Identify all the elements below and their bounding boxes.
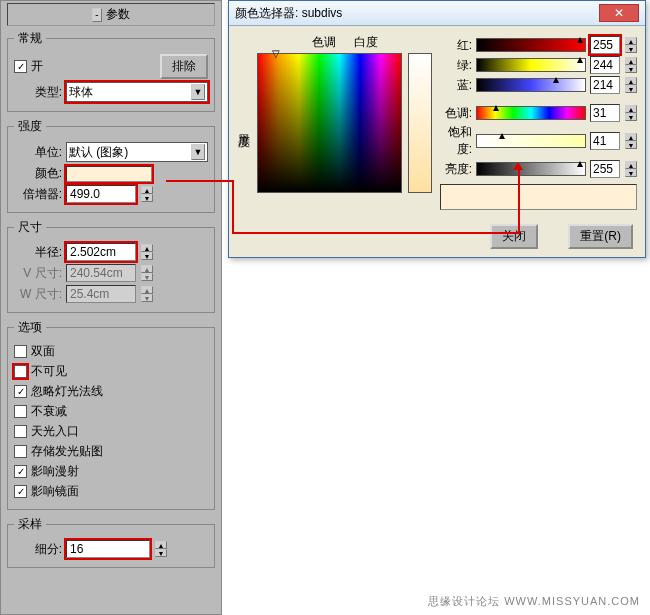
v-size-input: 240.54cm <box>66 264 136 282</box>
opt-skylight-label: 天光入口 <box>31 423 79 440</box>
legend-general: 常规 <box>14 30 46 47</box>
type-dropdown[interactable]: 球体 ▼ <box>66 82 208 102</box>
blue-slider[interactable] <box>476 78 586 92</box>
group-sampling: 采样 细分: 16 ▲▼ <box>7 516 215 568</box>
opt-diffuse-label: 影响漫射 <box>31 463 79 480</box>
watermark: 思缘设计论坛 WWW.MISSYUAN.COM <box>428 594 640 609</box>
rgb-sliders: 红:255▲▼ 绿:244▲▼ 蓝:214▲▼ 色调:31▲▼ 饱和度:41▲▼… <box>440 34 637 216</box>
collapse-icon[interactable]: - <box>92 8 102 22</box>
opt-storemap-label: 存储发光贴图 <box>31 443 103 460</box>
opt-doublesided-checkbox[interactable] <box>14 345 27 358</box>
opt-specular-label: 影响镜面 <box>31 483 79 500</box>
red-value[interactable]: 255 <box>590 36 620 54</box>
color-selector-window: 颜色选择器: subdivs ✕ 黑度 色调白度 ▽ 红:255▲▼ 绿:244… <box>228 0 646 258</box>
multiplier-input[interactable]: 499.0 <box>66 185 136 203</box>
blue-spinner[interactable]: ▲▼ <box>625 77 637 93</box>
opt-nodecay-label: 不衰减 <box>31 403 67 420</box>
sat-slider[interactable] <box>476 134 586 148</box>
red-spinner[interactable]: ▲▼ <box>625 37 637 53</box>
green-slider[interactable] <box>476 58 586 72</box>
on-label: 开 <box>31 58 43 75</box>
radius-input[interactable]: 2.502cm <box>66 243 136 261</box>
annotation-line <box>166 180 232 182</box>
hue-label: 色调 <box>312 34 336 51</box>
chevron-down-icon: ▼ <box>191 84 205 100</box>
val-slider[interactable] <box>476 162 586 176</box>
v-size-label: V 尺寸: <box>14 265 62 282</box>
chevron-down-icon: ▼ <box>191 144 205 160</box>
subdiv-label: 细分: <box>14 541 62 558</box>
whiteness-label: 白度 <box>354 34 378 51</box>
val-spinner[interactable]: ▲▼ <box>625 161 637 177</box>
multiplier-label: 倍增器: <box>14 186 62 203</box>
legend-intensity: 强度 <box>14 118 46 135</box>
radius-label: 半径: <box>14 244 62 261</box>
legend-sampling: 采样 <box>14 516 46 533</box>
unit-label: 单位: <box>14 144 62 161</box>
annotation-line <box>232 180 234 232</box>
opt-specular-checkbox[interactable]: ✓ <box>14 485 27 498</box>
blue-label: 蓝: <box>440 77 472 94</box>
window-title: 颜色选择器: subdivs <box>235 5 591 22</box>
annotation-line <box>232 232 518 234</box>
legend-options: 选项 <box>14 319 46 336</box>
annotation-line <box>518 168 520 234</box>
opt-skylight-checkbox[interactable] <box>14 425 27 438</box>
red-label: 红: <box>440 37 472 54</box>
close-button[interactable]: ✕ <box>599 4 639 22</box>
reset-btn[interactable]: 重置(R) <box>568 224 633 249</box>
opt-storemap-checkbox[interactable] <box>14 445 27 458</box>
w-size-label: W 尺寸: <box>14 286 62 303</box>
opt-nodecay-checkbox[interactable] <box>14 405 27 418</box>
whiteness-strip[interactable] <box>408 53 432 193</box>
blue-value[interactable]: 214 <box>590 76 620 94</box>
subdiv-spinner[interactable]: ▲▼ <box>155 541 167 557</box>
hue-spinner[interactable]: ▲▼ <box>625 105 637 121</box>
subdiv-input[interactable]: 16 <box>66 540 150 558</box>
result-swatch[interactable] <box>440 184 637 210</box>
panel-title: -参数 <box>7 3 215 26</box>
group-intensity: 强度 单位: 默认 (图象) ▼ 颜色: 倍增器: 499.0 ▲▼ <box>7 118 215 213</box>
arrow-icon <box>513 162 523 170</box>
opt-ignorenormals-checkbox[interactable]: ✓ <box>14 385 27 398</box>
exclude-button[interactable]: 排除 <box>160 54 208 79</box>
w-spinner: ▲▼ <box>141 286 153 302</box>
opt-ignorenormals-label: 忽略灯光法线 <box>31 383 103 400</box>
on-checkbox[interactable]: ✓ <box>14 60 27 73</box>
color-swatch[interactable] <box>66 166 152 182</box>
color-field[interactable]: ▽ <box>257 53 402 193</box>
params-panel: -参数 常规 ✓ 开 排除 类型: 球体 ▼ 强度 单位: 默认 (图象) ▼ … <box>0 0 222 615</box>
sat-label: 饱和度: <box>440 124 472 158</box>
w-size-input: 25.4cm <box>66 285 136 303</box>
color-label: 颜色: <box>14 165 62 182</box>
radius-spinner[interactable]: ▲▼ <box>141 244 153 260</box>
opt-doublesided-label: 双面 <box>31 343 55 360</box>
unit-dropdown[interactable]: 默认 (图象) ▼ <box>66 142 208 162</box>
sat-value[interactable]: 41 <box>590 132 620 150</box>
hue-value[interactable]: 31 <box>590 104 620 122</box>
opt-invisible-checkbox[interactable] <box>14 365 27 378</box>
close-btn2[interactable]: 关闭 <box>490 224 538 249</box>
red-slider[interactable] <box>476 38 586 52</box>
blackness-label: 黑度 <box>237 34 249 216</box>
opt-diffuse-checkbox[interactable]: ✓ <box>14 465 27 478</box>
hue-label2: 色调: <box>440 105 472 122</box>
group-options: 选项 双面 不可见 ✓忽略灯光法线 不衰减 天光入口 存储发光贴图 ✓影响漫射 … <box>7 319 215 510</box>
group-size: 尺寸 半径: 2.502cm ▲▼ V 尺寸: 240.54cm ▲▼ W 尺寸… <box>7 219 215 313</box>
green-value[interactable]: 244 <box>590 56 620 74</box>
opt-invisible-label: 不可见 <box>31 363 67 380</box>
hue-slider[interactable] <box>476 106 586 120</box>
green-label: 绿: <box>440 57 472 74</box>
type-label: 类型: <box>14 84 62 101</box>
green-spinner[interactable]: ▲▼ <box>625 57 637 73</box>
group-general: 常规 ✓ 开 排除 类型: 球体 ▼ <box>7 30 215 112</box>
legend-size: 尺寸 <box>14 219 46 236</box>
multiplier-spinner[interactable]: ▲▼ <box>141 186 153 202</box>
titlebar[interactable]: 颜色选择器: subdivs ✕ <box>229 1 645 26</box>
val-label: 亮度: <box>440 161 472 178</box>
val-value[interactable]: 255 <box>590 160 620 178</box>
v-spinner: ▲▼ <box>141 265 153 281</box>
sat-spinner[interactable]: ▲▼ <box>625 133 637 149</box>
